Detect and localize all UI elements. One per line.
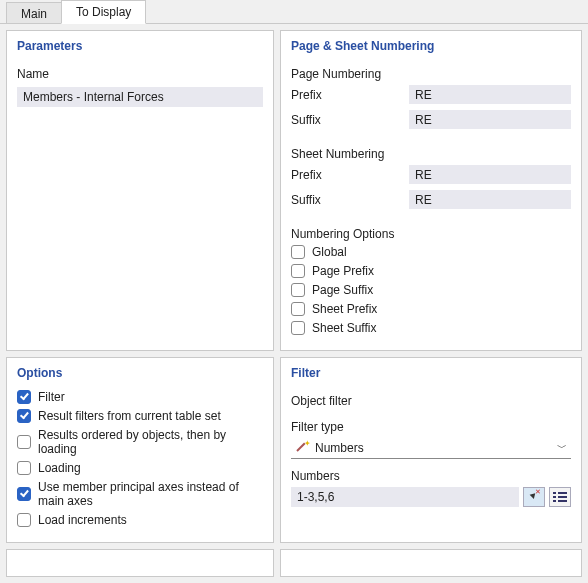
page-numbering-heading: Page Numbering [291,67,571,81]
check-label: Load increments [38,513,127,527]
tab-to-display[interactable]: To Display [61,0,146,24]
checkbox-icon [17,409,31,423]
chevron-down-icon: ﹀ [555,441,569,455]
parameters-name-label: Name [17,67,263,81]
filter-type-value: Numbers [315,441,549,455]
check-label: Filter [38,390,65,404]
panel-filter: Filter Object filter Filter type ✦ Numbe… [280,357,582,543]
check-label: Page Suffix [312,283,373,297]
sheet-suffix-input[interactable] [409,190,571,209]
spacer-panel [280,549,582,577]
parameters-title: Parameters [17,39,263,53]
page-prefix-input[interactable] [409,85,571,104]
check-loading[interactable]: Loading [17,461,263,475]
sheet-suffix-label: Suffix [291,193,409,207]
panels-grid: Parameters Name Members - Internal Force… [0,24,588,583]
cursor-pick-icon [528,490,540,504]
page-prefix-label: Prefix [291,88,409,102]
page-suffix-label: Suffix [291,113,409,127]
filter-title: Filter [291,366,571,380]
spacer-panel [6,549,274,577]
pick-objects-button[interactable] [523,487,545,507]
panel-parameters: Parameters Name Members - Internal Force… [6,30,274,351]
wand-icon: ✦ [295,441,309,455]
sheet-numbering-heading: Sheet Numbering [291,147,571,161]
check-global[interactable]: Global [291,245,571,259]
check-label: Sheet Suffix [312,321,377,335]
filter-type-select[interactable]: ✦ Numbers ﹀ [291,438,571,459]
checkbox-icon [17,487,31,501]
dialog-root: Main To Display Parameters Name Members … [0,0,588,583]
check-label: Global [312,245,347,259]
check-page-suffix[interactable]: Page Suffix [291,283,571,297]
numbering-title: Page & Sheet Numbering [291,39,571,53]
check-label: Sheet Prefix [312,302,377,316]
check-page-prefix[interactable]: Page Prefix [291,264,571,278]
object-filter-label: Object filter [291,394,571,408]
checkbox-icon [291,302,305,316]
checkbox-icon [17,390,31,404]
options-title: Options [17,366,263,380]
check-sheet-suffix[interactable]: Sheet Suffix [291,321,571,335]
sheet-prefix-input[interactable] [409,165,571,184]
check-label: Page Prefix [312,264,374,278]
checkbox-icon [17,435,31,449]
select-from-list-button[interactable] [549,487,571,507]
filter-type-label: Filter type [291,420,571,434]
checkbox-icon [291,283,305,297]
parameters-name-value[interactable]: Members - Internal Forces [17,87,263,107]
checkbox-icon [17,461,31,475]
tab-main[interactable]: Main [6,2,62,23]
numbers-input[interactable] [291,487,519,507]
panel-numbering: Page & Sheet Numbering Page Numbering Pr… [280,30,582,351]
page-suffix-input[interactable] [409,110,571,129]
checkbox-icon [17,513,31,527]
sheet-prefix-label: Prefix [291,168,409,182]
check-load-increments[interactable]: Load increments [17,513,263,527]
panel-options: Options Filter Result filters from curre… [6,357,274,543]
check-principal-axes[interactable]: Use member principal axes instead of mai… [17,480,263,508]
numbering-options-heading: Numbering Options [291,227,571,241]
check-label: Loading [38,461,81,475]
check-result-filters[interactable]: Result filters from current table set [17,409,263,423]
list-icon [553,492,567,502]
check-results-ordered[interactable]: Results ordered by objects, then by load… [17,428,263,456]
checkbox-icon [291,264,305,278]
check-sheet-prefix[interactable]: Sheet Prefix [291,302,571,316]
check-label: Results ordered by objects, then by load… [38,428,263,456]
checkbox-icon [291,245,305,259]
check-filter[interactable]: Filter [17,390,263,404]
tab-bar: Main To Display [0,0,588,24]
checkbox-icon [291,321,305,335]
check-label: Use member principal axes instead of mai… [38,480,263,508]
numbers-label: Numbers [291,469,571,483]
check-label: Result filters from current table set [38,409,221,423]
